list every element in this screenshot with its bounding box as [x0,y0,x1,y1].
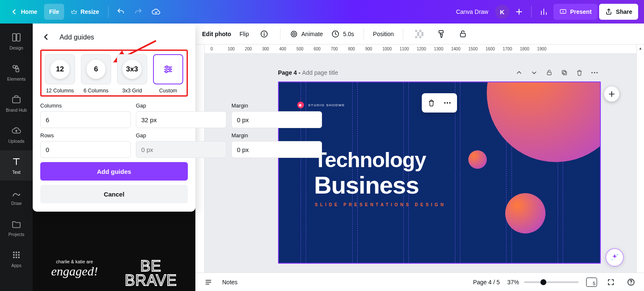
svg-point-41 [444,102,445,103]
preset-12-columns[interactable]: 12 12 Columns [44,54,76,94]
svg-rect-33 [439,30,443,33]
columns-input[interactable] [40,111,131,128]
separator [531,6,532,18]
svg-rect-2 [17,34,20,41]
sidebar-item-brandhub[interactable]: Brand Hub [0,88,33,118]
lock-button[interactable] [456,27,470,41]
popover-title: Add guides [60,33,94,41]
edit-photo-button[interactable]: Edit photo [202,31,231,37]
svg-point-21 [291,31,296,37]
present-icon [559,8,567,16]
sidebar-item-uploads[interactable]: Uploads [0,119,33,149]
vertical-scrollbar[interactable]: ▲ [636,45,644,273]
sidebar-item-text[interactable]: Text [0,150,33,181]
cloud-sync-icon[interactable] [148,4,164,20]
transparency-button[interactable] [413,27,426,41]
vertical-ruler[interactable] [195,45,205,273]
svg-point-17 [169,68,171,71]
doc-name[interactable]: Canva Draw [451,4,493,20]
timing-button[interactable]: 5.0s [331,30,354,38]
page-title-placeholder[interactable]: Add page title [302,69,338,76]
row-gap-label: Gap [136,132,226,139]
resize-menu[interactable]: Resize [66,4,104,20]
file-menu[interactable]: File [44,4,64,20]
selection-toolbar [422,93,457,113]
svg-rect-25 [415,30,417,32]
back-button[interactable] [40,31,52,43]
fullscreen-button[interactable] [605,276,617,288]
horizontal-ruler[interactable]: 0100200300400500600700800900100011001200… [205,45,636,54]
delete-page-button[interactable] [573,66,586,79]
add-page-fab[interactable] [604,87,619,102]
col-gap-input[interactable] [136,111,226,128]
flip-button[interactable]: Flip [239,31,249,37]
grid-view-button[interactable]: 5 [586,278,597,287]
canvas-area[interactable]: Page 4 - Add page title [205,54,636,273]
preset-6-columns[interactable]: 6 6 Columns [80,54,112,94]
sidebar-item-design[interactable]: Design [0,26,33,56]
svg-rect-31 [415,36,417,38]
notes-toggle[interactable] [202,276,215,288]
page-number: Page 4 - [278,69,302,76]
svg-rect-32 [419,36,421,38]
thumbnail-engaged[interactable]: charlie & katie are engaged! [51,259,98,288]
magic-button[interactable] [605,248,624,267]
svg-rect-4 [16,69,19,72]
rows-label: Rows [40,132,131,139]
rows-input[interactable] [40,141,131,158]
side-panel: Add guides 12 12 Columns 6 6 Columns 3x3 [33,24,195,291]
svg-point-10 [16,254,17,256]
svg-point-39 [594,72,595,73]
sidebar: Design Elements Brand Hub Uploads Text D… [0,24,33,291]
page-more-button[interactable] [588,66,601,79]
slide-subtitle[interactable]: SLIDE PRESENTATIONS DESIGN [315,202,446,207]
preset-3x3-grid[interactable]: 3x3 3x3 Grid [116,54,148,94]
undo-button[interactable] [113,4,129,20]
zoom-value: 37% [507,279,519,286]
copy-style-button[interactable] [434,27,448,41]
annotation-highlight: 12 12 Columns 6 6 Columns 3x3 3x3 Grid C… [40,50,188,97]
lock-page-button[interactable] [543,66,556,79]
row-margin-input[interactable] [231,141,322,158]
notes-label[interactable]: Notes [222,279,238,286]
preset-custom[interactable]: Custom [152,54,184,94]
delete-element-button[interactable] [424,96,439,110]
decor-circle-small [468,150,487,169]
sidebar-item-projects[interactable]: Projects [0,212,33,243]
present-button[interactable]: Present [553,4,597,20]
slide-canvas[interactable]: ◉ STUDIO SHODWE Technology Business SLID… [278,81,601,264]
sidebar-item-draw[interactable]: Draw [0,181,33,212]
animate-button[interactable]: Animate [290,30,323,38]
cancel-button[interactable]: Cancel [40,185,188,203]
duplicate-page-button[interactable] [558,66,571,79]
svg-point-44 [617,254,618,255]
add-guides-button[interactable]: Add guides [40,162,188,181]
sidebar-item-elements[interactable]: Elements [0,57,33,87]
home-button[interactable]: Home [6,4,42,20]
help-button[interactable] [625,276,637,288]
analytics-button[interactable] [536,4,552,20]
avatar[interactable]: K [495,5,509,19]
thumbnail-brave[interactable]: BE BRAVE [125,259,177,288]
element-more-button[interactable] [440,96,454,110]
page-indicator[interactable]: Page 4 / 5 [473,279,500,286]
page-up-button[interactable] [513,66,525,79]
zoom-control[interactable]: 37% [507,279,579,286]
info-button[interactable] [257,27,271,41]
redo-button[interactable] [130,4,146,20]
add-member-button[interactable] [511,4,527,20]
zoom-slider[interactable] [524,281,579,283]
slide-title-2[interactable]: Business [314,171,419,199]
position-button[interactable]: Position [373,31,394,37]
share-button[interactable]: Share [599,4,638,20]
panel-thumbnails: charlie & katie are engaged! BE BRAVE [33,252,195,291]
home-label: Home [21,8,37,15]
row-gap-input[interactable] [136,141,226,158]
col-margin-input[interactable] [231,111,322,128]
svg-rect-34 [461,33,466,37]
svg-point-20 [264,32,265,33]
page-down-button[interactable] [528,66,540,79]
sidebar-item-apps[interactable]: Apps [0,244,33,274]
slide-title-1[interactable]: Technology [314,148,426,172]
separator [108,6,109,18]
